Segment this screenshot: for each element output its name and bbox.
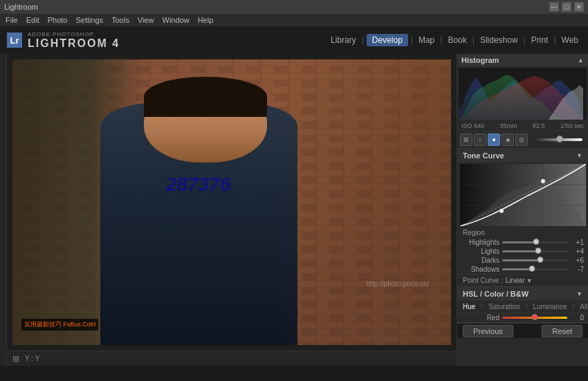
tone-curve-section: Tone Curve ▼: [457, 149, 588, 287]
previous-button[interactable]: Previous: [463, 325, 513, 337]
watermark-credit: 实用摄影技巧 FsBus.CoM: [21, 319, 99, 331]
menu-window[interactable]: Window: [163, 16, 190, 24]
red-hue-row: Red 0: [457, 313, 588, 322]
darks-track[interactable]: [502, 259, 567, 261]
view-toggle-icon[interactable]: ⊞: [12, 354, 19, 364]
nav-sep-2: |: [411, 35, 413, 45]
main-content: 287376 http://photo.poco.cn/ 实用摄影技巧 FsBu…: [0, 54, 588, 366]
right-panel: Histogram ▲: [457, 54, 588, 366]
watermark-url: http://photo.poco.cn/: [367, 280, 430, 288]
hsl-tab-all[interactable]: All: [580, 303, 587, 310]
lights-row: Lights +4: [457, 247, 588, 256]
hsl-expand-icon[interactable]: ▼: [576, 290, 582, 297]
hsl-tab-hue[interactable]: Hue: [463, 303, 475, 310]
close-button[interactable]: ✕: [574, 2, 584, 12]
nav-print[interactable]: Print: [529, 34, 551, 46]
filmstrip-bar: ⊞ Y : Y: [7, 351, 457, 366]
red-value: 0: [570, 314, 584, 322]
lr-badge: Lr: [7, 32, 22, 48]
highlights-label: Highlights: [461, 239, 499, 246]
histogram-label: Histogram: [461, 56, 499, 64]
title-bar: Lightroom — □ ✕: [0, 0, 588, 14]
menu-file[interactable]: File: [6, 16, 18, 24]
heal-tool[interactable]: ○: [474, 133, 486, 146]
histogram-expand-icon[interactable]: ▲: [578, 57, 584, 64]
menu-tools[interactable]: Tools: [111, 16, 129, 24]
shutter-value: 1/50 sec: [560, 122, 584, 129]
bottom-bar: Previous Reset: [457, 323, 588, 338]
logo-text: ADOBE PHOTOSHOP LIGHTROOM 4: [28, 31, 120, 50]
crop-tool[interactable]: ⊞: [460, 133, 472, 146]
nav-sep-5: |: [524, 35, 526, 45]
aperture-value: f/2.5: [533, 122, 545, 129]
nav-develop[interactable]: Develop: [367, 34, 408, 46]
iso-value: ISO 640: [461, 122, 484, 129]
nav-slideshow[interactable]: Slideshow: [477, 34, 521, 46]
shadows-row: Shadows -7: [457, 265, 588, 274]
photo-background: [12, 59, 451, 345]
eye-tool[interactable]: ◎: [515, 133, 528, 146]
darks-value: +6: [570, 257, 584, 264]
menu-help[interactable]: Help: [198, 16, 214, 24]
nav-sep-4: |: [472, 35, 475, 45]
svg-point-17: [541, 179, 545, 183]
menu-bar: File Edit Photo Settings Tools View Wind…: [0, 14, 588, 26]
hsl-tab-saturation[interactable]: Saturation: [488, 303, 520, 310]
highlights-row: Highlights +1: [457, 238, 588, 247]
red-label: Red: [461, 314, 499, 322]
darks-row: Darks +6: [457, 256, 588, 265]
exposure-slider[interactable]: [532, 138, 582, 141]
nav-map[interactable]: Map: [416, 34, 437, 46]
tone-curve-expand: ▼: [576, 152, 582, 159]
tone-curve-graph: [460, 164, 586, 226]
app-header: Lr ADOBE PHOTOSHOP LIGHTROOM 4 Library |…: [0, 26, 588, 54]
reset-button[interactable]: Reset: [542, 325, 582, 337]
menu-view[interactable]: View: [138, 16, 154, 24]
region-label: Region: [457, 227, 588, 238]
nav-library[interactable]: Library: [328, 34, 359, 46]
lights-label: Lights: [461, 248, 499, 255]
zoom-label: Y : Y: [25, 355, 39, 362]
hsl-tab-luminance[interactable]: Luminance: [533, 303, 567, 310]
hsl-header: HSL / Color / B&W ▼: [457, 287, 588, 301]
nav-tabs: Library | Develop | Map | Book | Slidesh…: [328, 34, 581, 46]
highlights-value: +1: [570, 239, 584, 246]
darks-label: Darks: [461, 257, 499, 264]
histogram-header: Histogram ▲: [457, 54, 588, 66]
adobe-label: ADOBE PHOTOSHOP: [28, 31, 120, 37]
menu-settings[interactable]: Settings: [75, 16, 103, 24]
maximize-button[interactable]: □: [562, 2, 571, 12]
histogram-section: Histogram ▲: [457, 54, 588, 131]
minimize-button[interactable]: —: [549, 2, 559, 12]
lights-track[interactable]: [502, 250, 567, 252]
nav-book[interactable]: Book: [445, 34, 469, 46]
highlights-track[interactable]: [502, 241, 567, 243]
shadows-track[interactable]: [502, 268, 567, 270]
app-title: Lightroom: [4, 3, 38, 11]
tool-row: ⊞ ○ ● ◈ ◎: [457, 131, 588, 149]
lights-value: +4: [570, 248, 584, 255]
shadows-value: -7: [570, 266, 584, 273]
nav-sep-3: |: [440, 35, 442, 45]
tone-curve-header[interactable]: Tone Curve ▼: [457, 149, 588, 162]
window-controls: — □ ✕: [549, 2, 584, 12]
point-curve-label: Point Curve :: [463, 277, 503, 284]
shadows-label: Shadows: [461, 266, 499, 273]
photo-frame: 287376 http://photo.poco.cn/ 实用摄影技巧 FsBu…: [12, 59, 451, 345]
nav-web[interactable]: Web: [559, 34, 581, 46]
point-curve-value[interactable]: Linear: [506, 277, 525, 284]
photo-area: 287376 http://photo.poco.cn/ 实用摄影技巧 FsBu…: [7, 54, 457, 366]
logo-area: Lr ADOBE PHOTOSHOP LIGHTROOM 4: [7, 31, 120, 50]
histogram-meta: ISO 640 35mm f/2.5 1/50 sec: [457, 121, 588, 131]
watermark-number: 287376: [166, 174, 230, 196]
menu-edit[interactable]: Edit: [26, 16, 39, 24]
hsl-tabs: Hue / Saturation / Luminance / All: [457, 301, 588, 313]
menu-photo[interactable]: Photo: [48, 16, 68, 24]
left-sidebar: [0, 54, 7, 366]
nav-sep-1: |: [362, 35, 364, 45]
red-track[interactable]: [502, 317, 567, 319]
nav-sep-6: |: [553, 35, 555, 45]
photo-container[interactable]: 287376 http://photo.poco.cn/ 实用摄影技巧 FsBu…: [7, 54, 457, 351]
adjust-tool[interactable]: ●: [488, 133, 500, 146]
grad-tool[interactable]: ◈: [502, 133, 514, 146]
